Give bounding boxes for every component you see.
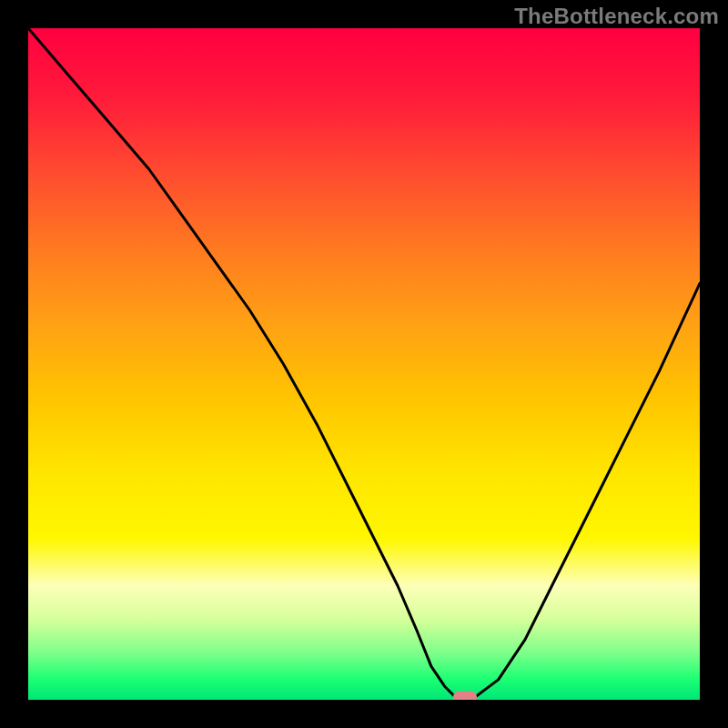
plot-area	[28, 28, 700, 700]
watermark-text: TheBottleneck.com	[514, 4, 719, 29]
optimal-marker	[453, 692, 477, 701]
bottleneck-curve	[28, 28, 700, 700]
chart-frame: TheBottleneck.com	[0, 0, 728, 728]
